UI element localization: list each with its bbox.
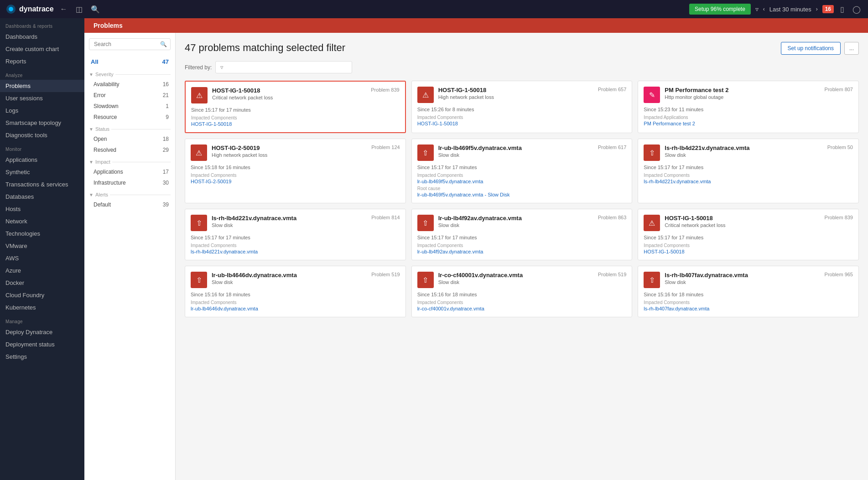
problem-card[interactable]: ⇧ ls-rh-lb4d221v.dynatrace.vmta Slow dis… [638, 139, 859, 203]
problem-number: Problem 807 [825, 87, 853, 92]
filter-section-header[interactable]: ▼ Alerts [84, 190, 175, 199]
filter-search-input[interactable] [89, 38, 171, 50]
problem-info: HOST-IG-1-50018 Critical network packet … [212, 87, 366, 100]
filter-row-resource[interactable]: Resource 9 [84, 112, 175, 123]
problem-card[interactable]: ⇧ lr-ub-lb4f92av.dynatrace.vmta Slow dis… [411, 209, 633, 260]
search-icon[interactable]: 🔍 [89, 3, 102, 15]
sidebar-item-vmware[interactable]: VMware [0, 240, 84, 252]
filter-tag-box[interactable]: ▿ [215, 61, 352, 73]
user-icon[interactable]: ◯ [851, 3, 863, 15]
problem-card[interactable]: ⇧ lr-ub-lb469f5v.dynatrace.vmta Slow dis… [411, 139, 633, 203]
filter-row-error[interactable]: Error 21 [84, 90, 175, 101]
sidebar-item-label: Logs [5, 107, 79, 114]
sidebar-item-problems[interactable]: Problems [0, 80, 84, 92]
filter-row-default[interactable]: Default 39 [84, 199, 175, 210]
filter-row-applications[interactable]: Applications 17 [84, 166, 175, 177]
problem-time: Since 15:16 for 18 minutes [191, 292, 400, 297]
sidebar-item-create-custom-chart[interactable]: Create custom chart [0, 43, 84, 55]
chat-icon[interactable]: ▯ [838, 3, 846, 15]
sidebar-item-label: Network [5, 218, 79, 225]
problem-subtitle: High network packet loss [212, 152, 367, 158]
sidebar-item-deployment-status[interactable]: Deployment status [0, 338, 84, 351]
content-title: 47 problems matching selected filter [185, 42, 345, 54]
problem-icon: ⚠ [644, 215, 660, 231]
problem-icon: ⇧ [644, 272, 660, 288]
problem-title: HOST-IG-1-50018 [665, 215, 820, 222]
problem-card[interactable]: ⇧ lr-ub-lb4646dv.dynatrace.vmta Slow dis… [185, 266, 406, 317]
problem-subtitle: Critical network packet loss [212, 95, 366, 100]
filter-row-resolved[interactable]: Resolved 29 [84, 145, 175, 155]
problem-card[interactable]: ⇧ ls-rh-lb4d221v.dynatrace.vmta Slow dis… [185, 209, 406, 260]
problem-title: lr-ub-lb4646dv.dynatrace.vmta [212, 272, 367, 279]
chevron-down-icon: ▼ [89, 127, 94, 132]
sidebar-item-diagnostic-tools[interactable]: Diagnostic tools [0, 129, 84, 141]
time-prev-arrow[interactable]: ‹ [763, 6, 765, 12]
sidebar-item-cloud-foundry[interactable]: Cloud Foundry [0, 289, 84, 301]
monitor-icon[interactable]: ◫ [74, 3, 84, 15]
sidebar-item-technologies[interactable]: Technologies [0, 227, 84, 240]
time-selector[interactable]: Last 30 minutes [769, 6, 811, 13]
sidebar-item-synthetic[interactable]: Synthetic [0, 166, 84, 178]
problem-number: Problem 124 [371, 145, 400, 150]
problem-title: PM Performance test 2 [665, 87, 820, 93]
sidebar-item-aws[interactable]: AWS [0, 252, 84, 264]
sidebar-item-transactions-services[interactable]: Transactions & services [0, 178, 84, 191]
problem-number: Problem 519 [371, 272, 400, 277]
problem-time: Since 15:17 for 17 minutes [417, 235, 627, 240]
sidebar-item-databases[interactable]: Databases [0, 191, 84, 203]
sidebar-item-docker[interactable]: Docker [0, 277, 84, 289]
filter-section-status: ▼ Status Open 18Resolved 29 [84, 124, 175, 155]
problem-subtitle: Slow disk [438, 279, 593, 285]
sidebar-item-applications[interactable]: Applications [0, 154, 84, 166]
filter-row-availability[interactable]: Availability 16 [84, 79, 175, 90]
filter-row-infrastructure[interactable]: Infrastructure 30 [84, 177, 175, 188]
components-label: Impacted components [417, 243, 627, 248]
problem-card[interactable]: ⇧ ls-rh-lb407fav.dynatrace.vmta Slow dis… [638, 266, 859, 317]
problem-subtitle: Slow disk [665, 279, 820, 285]
set-up-notifications-button[interactable]: Set up notifications [781, 42, 841, 55]
sidebar-item-hosts[interactable]: Hosts [0, 203, 84, 215]
sidebar-item-dashboards[interactable]: Dashboards [0, 31, 84, 43]
problem-card-header: ⇧ ls-rh-lb407fav.dynatrace.vmta Slow dis… [644, 272, 853, 288]
sidebar-item-kubernetes[interactable]: Kubernetes [0, 301, 84, 314]
filter-row-slowdown[interactable]: Slowdown 1 [84, 101, 175, 112]
more-options-button[interactable]: ... [844, 42, 859, 55]
problem-card[interactable]: ⚠ HOST-IG-1-50018 Critical network packe… [185, 81, 406, 133]
sidebar-item-label: Cloud Foundry [5, 292, 79, 299]
problem-number: Problem 50 [827, 145, 853, 150]
filter-row-label: Infrastructure [94, 180, 126, 186]
problem-info: PM Performance test 2 Http monitor globa… [665, 87, 820, 100]
problem-number: Problem 617 [598, 145, 626, 150]
problem-component: ls-rh-lb4d221v.dynatrace.vmta [191, 249, 400, 254]
sidebar-item-label: Technologies [5, 230, 79, 237]
sidebar-item-logs[interactable]: Logs [0, 104, 84, 117]
back-icon[interactable]: ← [58, 3, 69, 15]
setup-button[interactable]: Setup 96% complete [689, 4, 751, 15]
filter-section-header[interactable]: ▼ Impact [84, 157, 175, 166]
sidebar-item-user-sessions[interactable]: User sessions [0, 92, 84, 104]
problem-card[interactable]: ✎ PM Performance test 2 Http monitor glo… [638, 81, 859, 133]
sidebar-item-label: Create custom chart [5, 46, 79, 52]
filter-section-label: Status [95, 126, 109, 132]
filter-row-open[interactable]: Open 18 [84, 134, 175, 145]
sidebar-item-settings[interactable]: Settings [0, 351, 84, 363]
problem-card[interactable]: ⇧ lr-co-cf40001v.dynatrace.vmta Slow dis… [411, 266, 633, 317]
problem-card[interactable]: ⚠ HOST-IG-2-50019 High network packet lo… [185, 139, 406, 203]
filter-icon[interactable]: ▿ [755, 5, 759, 13]
time-next-arrow[interactable]: › [816, 6, 818, 12]
filter-row-label: Applications [94, 169, 123, 175]
problem-card[interactable]: ⚠ HOST-IG-1-50018 High network packet lo… [411, 81, 633, 133]
filter-section-header[interactable]: ▼ Status [84, 124, 175, 134]
sidebar-item-reports[interactable]: Reports [0, 55, 84, 67]
filter-row-count: 18 [163, 136, 169, 142]
sidebar-item-deploy-dynatrace[interactable]: Deploy Dynatrace [0, 326, 84, 338]
filter-section-header[interactable]: ▼ Severity [84, 70, 175, 79]
filter-all-row[interactable]: All 47 [84, 56, 175, 68]
sidebar-item-azure[interactable]: Azure [0, 264, 84, 277]
sidebar-section-label: Analyze [0, 67, 84, 80]
problem-card[interactable]: ⚠ HOST-IG-1-50018 Critical network packe… [638, 209, 859, 260]
sidebar-item-smartscape-topology[interactable]: Smartscape topology [0, 117, 84, 129]
sidebar-item-network[interactable]: Network [0, 215, 84, 227]
components-label: Impacted applications [644, 115, 853, 120]
filter-row-count: 30 [163, 180, 169, 186]
